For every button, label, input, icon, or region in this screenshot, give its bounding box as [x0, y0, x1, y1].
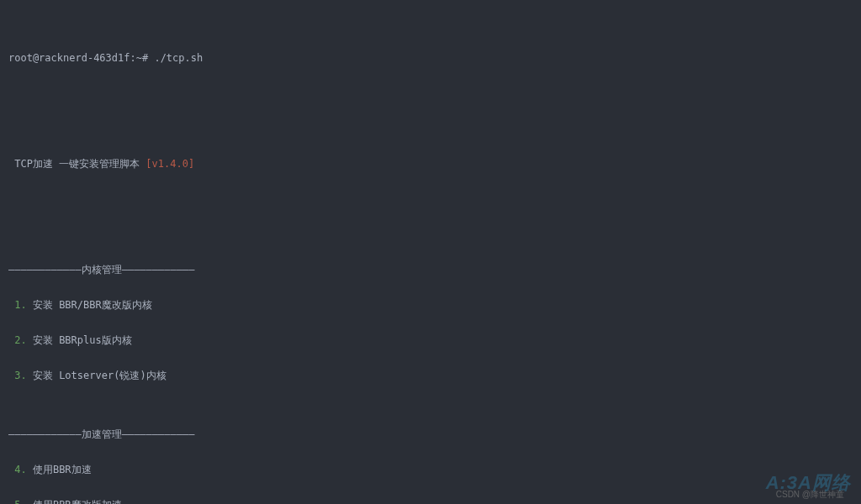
entered-command: ./tcp.sh: [154, 52, 203, 64]
menu-item-4[interactable]: 4. 使用BBR加速: [8, 464, 853, 475]
terminal[interactable]: root@racknerd-463d1f:~# ./tcp.sh TCP加速 一…: [0, 0, 861, 504]
blank-line: [8, 99, 853, 111]
menu-item-5[interactable]: 5. 使用BBR魔改版加速: [8, 499, 853, 504]
menu-item-3[interactable]: 3. 安装 Lotserver(锐速)内核: [8, 370, 853, 381]
menu-item-1[interactable]: 1. 安装 BBR/BBR魔改版内核: [8, 299, 853, 311]
prompt-line: root@racknerd-463d1f:~# ./tcp.sh: [8, 52, 853, 64]
section-accel-header: ————————————加速管理————————————: [8, 428, 853, 440]
section-kernel-header: ————————————内核管理————————————: [8, 264, 853, 276]
script-title: TCP加速 一键安装管理脚本 [v1.4.0]: [8, 158, 853, 170]
prompt-userhost: root@racknerd-463d1f: [8, 52, 130, 64]
blank-line: [8, 205, 853, 217]
version-tag: [v1.4.0]: [145, 158, 194, 170]
csdn-credit: CSDN @降世神童: [776, 489, 844, 501]
menu-item-2[interactable]: 2. 安装 BBRplus版内核: [8, 334, 853, 346]
